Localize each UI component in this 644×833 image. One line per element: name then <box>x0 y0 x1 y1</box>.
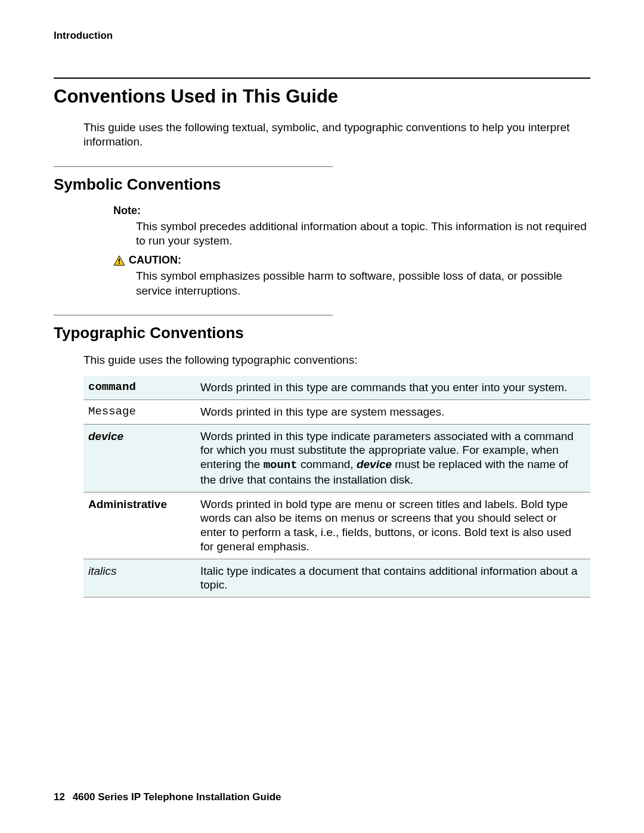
term-italics: italics <box>83 559 196 597</box>
desc-device-mid: command, <box>298 458 357 470</box>
page-footer: 12 4600 Series IP Telephone Installation… <box>54 791 281 803</box>
footer-title: 4600 Series IP Telephone Installation Gu… <box>73 791 281 803</box>
desc-administrative: Words printed in bold type are menu or s… <box>196 492 590 559</box>
desc-message: Words printed in this type are system me… <box>196 400 590 424</box>
running-header: Introduction <box>54 30 590 42</box>
caution-text: This symbol emphasizes possible harm to … <box>136 269 590 298</box>
caution-label-text: CAUTION: <box>129 254 181 267</box>
caution-callout: CAUTION: This symbol emphasizes possible… <box>113 254 590 298</box>
subsection-rule <box>54 315 333 315</box>
desc-device-cmd: mount <box>264 459 298 472</box>
term-device: device <box>83 424 196 492</box>
desc-device: Words printed in this type indicate para… <box>196 424 590 492</box>
desc-italics: Italic type indicates a document that co… <box>196 559 590 597</box>
desc-command: Words printed in this type are commands … <box>196 376 590 400</box>
typographic-table: command Words printed in this type are c… <box>83 376 590 597</box>
svg-rect-1 <box>119 259 120 262</box>
caution-label: CAUTION: <box>113 254 590 267</box>
note-text: This symbol precedes additional informat… <box>136 219 590 249</box>
term-administrative: Administrative <box>83 492 196 559</box>
section-intro: This guide uses the following textual, s… <box>83 120 590 150</box>
document-page: Introduction Conventions Used in This Gu… <box>0 0 644 833</box>
table-row: italics Italic type indicates a document… <box>83 559 590 597</box>
table-row: Message Words printed in this type are s… <box>83 400 590 424</box>
section-title: Conventions Used in This Guide <box>54 86 590 107</box>
term-message: Message <box>83 400 196 424</box>
note-callout: Note: This symbol precedes additional in… <box>113 205 590 249</box>
page-number: 12 <box>54 791 65 803</box>
subsection-rule <box>54 166 333 167</box>
table-row: command Words printed in this type are c… <box>83 376 590 400</box>
table-row: Administrative Words printed in bold typ… <box>83 492 590 559</box>
note-label: Note: <box>113 205 590 217</box>
table-row: device Words printed in this type indica… <box>83 424 590 492</box>
svg-rect-2 <box>119 262 120 264</box>
note-label-text: Note: <box>113 205 141 217</box>
desc-device-dev: device <box>357 458 392 470</box>
typographic-intro: This guide uses the following typographi… <box>83 353 590 367</box>
section-rule <box>54 78 590 79</box>
caution-icon <box>113 255 125 266</box>
typographic-conventions-title: Typographic Conventions <box>54 324 590 342</box>
term-command: command <box>83 376 196 400</box>
symbolic-conventions-title: Symbolic Conventions <box>54 175 590 194</box>
